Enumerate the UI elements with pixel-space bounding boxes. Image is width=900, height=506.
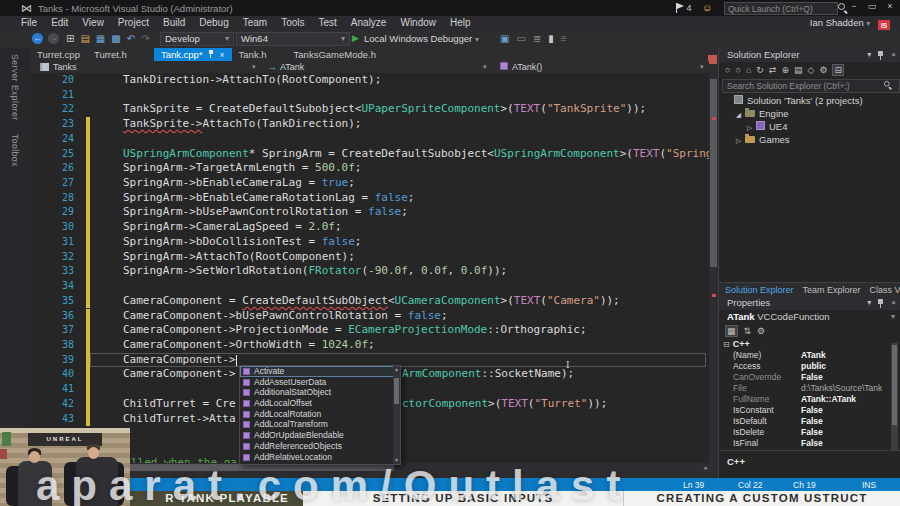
menu-edit[interactable]: Edit [44, 16, 75, 30]
collapse-all-icon[interactable]: ○ [725, 65, 730, 75]
bookmark-icon[interactable]: ▮ [548, 32, 554, 46]
code-line[interactable]: 25USpringArmComponent* SpringArm = Creat… [30, 147, 709, 162]
property-value[interactable]: ATank [801, 350, 891, 361]
code-line[interactable]: 35CameraComponent = CreateDefaultSubObje… [30, 294, 709, 309]
line-number[interactable]: 38 [30, 338, 74, 353]
line-number[interactable]: 32 [30, 250, 74, 265]
property-pages-icon[interactable]: ⚙ [757, 326, 765, 336]
menu-test[interactable]: Test [312, 16, 344, 30]
line-number[interactable]: 43 [30, 412, 74, 427]
code-line[interactable]: 30SpringArm->CameraLagSpeed = 2.0f; [30, 220, 709, 235]
solution-platform-dropdown[interactable]: Win64▾ [236, 32, 350, 46]
find-in-files-icon[interactable]: ▭ [516, 32, 525, 46]
property-row-isdelete[interactable]: IsDeleteFalse [719, 427, 900, 438]
side-tab-toolbox[interactable]: Toolbox [10, 134, 20, 167]
switch-views-icon[interactable]: ⇄ [769, 65, 777, 75]
editor-vertical-scrollbar[interactable] [709, 73, 718, 472]
code-line[interactable]: 26SpringArm->TargetArmLength = 500.0f; [30, 161, 709, 176]
line-number[interactable]: 30 [30, 220, 74, 235]
collapsed-arrow-icon[interactable]: ▷ [736, 134, 745, 147]
close-button[interactable]: × [882, 1, 898, 11]
scrollbar-thumb[interactable] [394, 378, 399, 404]
property-value[interactable]: ATank::ATank [801, 394, 891, 405]
restore-button[interactable]: ▭ [864, 1, 880, 11]
feedback-smiley-icon[interactable]: ☺ [702, 2, 712, 13]
line-number[interactable]: 29 [30, 205, 74, 220]
intellisense-item-addorupdateblendable[interactable]: AddOrUpdateBlendable [240, 430, 400, 441]
code-line[interactable]: 36CameraComponent->bUsePawnControlRotati… [30, 309, 709, 324]
code-line[interactable]: 34 [30, 279, 709, 294]
line-number[interactable]: 41 [30, 382, 74, 397]
menu-analyze[interactable]: Analyze [344, 16, 394, 30]
menu-build[interactable]: Build [156, 16, 192, 30]
panel-tab-class-view[interactable]: Class View [870, 283, 900, 296]
redo-icon[interactable]: ↷ [141, 32, 149, 46]
quick-launch-input[interactable] [724, 2, 838, 15]
side-tab-server-explorer[interactable]: Server Explorer [10, 54, 20, 121]
tree-item-solution-tanks-2-projects[interactable]: Solution 'Tanks' (2 projects) [719, 94, 900, 107]
breadcrumb-member[interactable]: ATank() [500, 61, 542, 73]
menu-help[interactable]: Help [443, 16, 478, 30]
intellisense-item-addassetuserdata[interactable]: AddAssetUserData [240, 377, 400, 388]
code-line[interactable]: 31SpringArm->bDoCollisionTest = false; [30, 235, 709, 250]
navigate-icon[interactable]: ≣ [533, 32, 541, 46]
window-position-caret-icon[interactable]: ▾ [867, 48, 871, 62]
menu-team[interactable]: Team [236, 16, 274, 30]
line-number[interactable]: 25 [30, 147, 74, 162]
property-row-file[interactable]: Filed:\Tanks\Source\Tank [719, 383, 900, 394]
code-line[interactable]: 27SpringArm->bEnableCameraLag = true; [30, 176, 709, 191]
line-number[interactable]: 37 [30, 323, 74, 338]
breadcrumb-type[interactable]: →ATank [268, 61, 304, 73]
solution-explorer-search-input[interactable]: Search Solution Explorer (Ctrl+;) [722, 79, 900, 93]
intellisense-item-addlocaloffset[interactable]: AddLocalOffset [240, 398, 400, 409]
code-line[interactable]: 28SpringArm->bEnableCameraRotationLag = … [30, 191, 709, 206]
outline-icon[interactable]: ≡ [561, 32, 567, 46]
properties-object-dropdown[interactable]: ATank VCCodeFunction ▾ [719, 310, 900, 324]
intellisense-item-activate[interactable]: Activate [240, 366, 400, 377]
line-number[interactable]: 23 [30, 117, 74, 132]
notifications-flag[interactable]: 4 [676, 3, 692, 13]
scroll-right-icon[interactable]: ▸ [704, 463, 708, 472]
line-number[interactable]: 35 [30, 294, 74, 309]
panel-tab-team-explorer[interactable]: Team Explorer [803, 283, 861, 296]
overflow-indicator-icon[interactable] [708, 55, 717, 64]
scroll-up-icon[interactable]: ▴ [393, 366, 400, 373]
breadcrumb-caret-icon[interactable]: ▾ [252, 61, 256, 73]
code-line[interactable]: 37CameraComponent->ProjectionMode = ECam… [30, 323, 709, 338]
tab-turret-cpp[interactable]: Turret.cpp [30, 48, 87, 61]
navigate-back-icon[interactable]: ← [32, 33, 43, 44]
properties-header[interactable]: Properties ▾ × [719, 296, 900, 310]
open-file-icon[interactable]: ▤ [80, 32, 89, 46]
code-line[interactable]: 29SpringArm->bUsePawnControlRotation = f… [30, 205, 709, 220]
close-icon[interactable]: × [220, 50, 225, 60]
search-icon[interactable] [884, 81, 892, 89]
menu-file[interactable]: File [14, 16, 44, 30]
property-value[interactable]: False [801, 427, 891, 438]
solution-configuration-dropdown[interactable]: Develop▾ [160, 32, 234, 46]
property-category[interactable]: ⊟C++ [719, 338, 900, 350]
property-value[interactable]: False [801, 405, 891, 416]
home-icon[interactable]: ⌂ [746, 65, 751, 75]
property-value[interactable]: False [801, 438, 891, 449]
code-line[interactable]: 20TankDirection->AttachTo(RootComponent)… [30, 73, 709, 88]
refresh-icon[interactable]: ↻ [756, 65, 764, 75]
pin-icon[interactable] [208, 50, 215, 58]
code-line[interactable]: 33SpringArm->SetWorldRotation(FRotator(-… [30, 264, 709, 279]
breadcrumb-scope[interactable]: Tanks [40, 61, 77, 73]
intellisense-item-addreferencedobjects[interactable]: AddReferencedObjects [240, 441, 400, 452]
pending-changes-filter-icon[interactable]: ○ [735, 65, 740, 75]
new-project-icon[interactable]: ⊞ [66, 32, 74, 46]
tree-item-engine[interactable]: ◢Engine [719, 107, 900, 120]
undo-icon[interactable]: ↶ [127, 32, 135, 46]
property-value[interactable]: False [801, 372, 891, 383]
code-line[interactable]: 21 [30, 88, 709, 103]
panel-tab-solution-explorer[interactable]: Solution Explorer [725, 283, 794, 296]
pin-icon[interactable] [877, 51, 885, 60]
line-number[interactable]: 27 [30, 176, 74, 191]
property-value[interactable]: False [801, 416, 891, 427]
code-line[interactable]: 23TankSprite->AttachTo(TankDirection); [30, 117, 709, 132]
menu-window[interactable]: Window [393, 16, 443, 30]
window-position-caret-icon[interactable]: ▾ [867, 296, 871, 310]
line-number[interactable]: 24 [30, 132, 74, 147]
tab-tank-cpp[interactable]: Tank.cpp*× [154, 48, 232, 61]
